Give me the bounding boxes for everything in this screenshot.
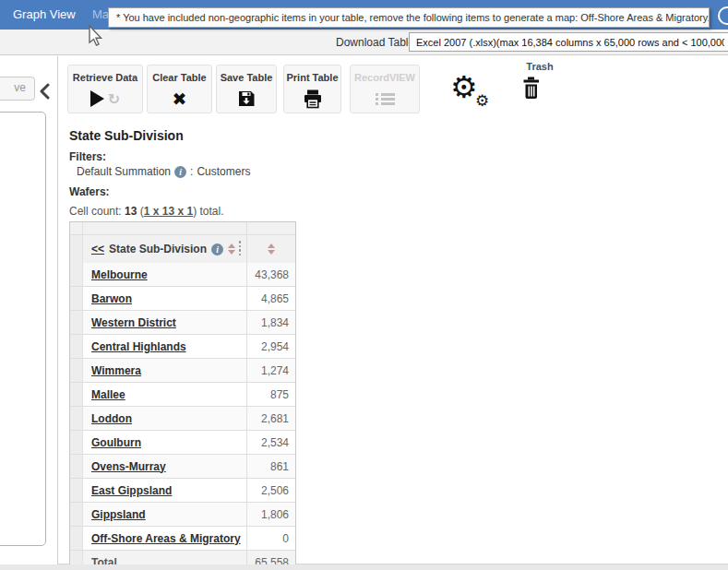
row-label-link[interactable]: Barwon xyxy=(91,292,132,305)
settings-button[interactable]: ⚙ ⚙ xyxy=(450,73,495,110)
table-row: Melbourne 43,368 xyxy=(70,263,295,286)
cell-count-open-paren: ( xyxy=(137,205,143,218)
filter-item: Default Summation i : Customers xyxy=(77,165,250,178)
row-gutter-cell xyxy=(70,527,83,550)
row-gutter-cell xyxy=(70,311,83,334)
clear-x-icon: ✖ xyxy=(173,89,187,108)
row-label-link[interactable]: Ovens-Murray xyxy=(91,460,166,473)
sidebar-field-panel xyxy=(0,112,46,546)
row-value: 1,274 xyxy=(246,359,295,382)
save-table-label: Save Table xyxy=(217,72,276,83)
download-format-select[interactable]: Excel 2007 (.xlsx)(max 16,384 columns x … xyxy=(409,32,728,52)
row-gutter-cell xyxy=(70,335,83,358)
row-gutter-cell xyxy=(70,503,83,526)
row-value: 2,681 xyxy=(246,407,295,430)
save-icon xyxy=(236,89,257,109)
row-gutter-cell xyxy=(70,431,83,454)
row-value: 2,506 xyxy=(246,479,295,502)
row-label-link[interactable]: Mallee xyxy=(91,388,125,401)
trash-label: Trash xyxy=(510,61,569,72)
map-warning-text: * You have included non-geographic items… xyxy=(116,12,710,23)
row-value: 861 xyxy=(246,455,295,478)
print-table-label: Print Table xyxy=(284,72,340,83)
table-row: Goulburn 2,534 xyxy=(70,430,295,454)
gear-icon: ⚙ xyxy=(450,69,478,105)
row-gutter-cell xyxy=(70,263,83,286)
row-gutter-cell xyxy=(70,455,83,478)
row-label-link[interactable]: Off-Shore Areas & Migratory xyxy=(91,532,241,545)
recordview-button-disabled: RecordVIEW xyxy=(350,65,420,113)
download-table-label: Download Table: xyxy=(336,36,418,49)
row-label-link[interactable]: Wimmera xyxy=(91,364,141,377)
wafers-heading: Wafers: xyxy=(69,185,110,198)
row-label-link[interactable]: Goulburn xyxy=(91,436,141,449)
row-label-link[interactable]: Gippsland xyxy=(91,508,146,521)
collapse-sidebar-chevron-icon[interactable] xyxy=(38,83,51,100)
row-gutter-cell xyxy=(70,287,83,310)
mouse-cursor xyxy=(88,25,104,49)
row-gutter-cell xyxy=(70,359,83,382)
tab-graph-view[interactable]: Graph View xyxy=(0,0,89,30)
row-label-link[interactable]: Central Highlands xyxy=(91,340,186,353)
cell-count-link[interactable]: 1 x 13 x 1 xyxy=(144,205,193,218)
row-label-link[interactable]: East Gippsland xyxy=(91,484,172,497)
collapse-column-link[interactable]: << xyxy=(91,243,104,255)
table-row: Off-Shore Areas & Migratory 0 xyxy=(70,526,295,550)
table-row: Wimmera 1,274 xyxy=(70,358,295,382)
save-table-button[interactable]: Save Table xyxy=(216,65,277,113)
header-gutter-cell xyxy=(70,235,83,263)
table-row: Gippsland 1,806 xyxy=(70,502,295,526)
sidebar-partial-button[interactable]: ve xyxy=(0,77,35,101)
cell-count: Cell count: 13 (1 x 13 x 1) total. xyxy=(69,205,223,218)
spacer-gutter-cell xyxy=(70,222,83,234)
table-spacer-row xyxy=(70,222,295,234)
help-icon[interactable] xyxy=(718,6,728,25)
left-sidebar: ve xyxy=(0,56,57,564)
data-table: << State Sub-Division i Melbourne 43,368… xyxy=(69,221,296,570)
table-row: Loddon 2,681 xyxy=(70,406,295,430)
filters-heading: Filters: xyxy=(69,150,106,163)
trash-icon[interactable] xyxy=(520,76,543,101)
refresh-icon: ↻ xyxy=(108,90,120,108)
table-row: East Gippsland 2,506 xyxy=(70,478,295,502)
clear-table-button[interactable]: Clear Table ✖ xyxy=(147,65,212,113)
drag-grip-icon[interactable] xyxy=(239,241,242,255)
row-label-link[interactable]: Loddon xyxy=(91,412,132,425)
table-row: Mallee 875 xyxy=(70,382,295,406)
column-header-label: State Sub-Division xyxy=(109,243,207,255)
map-warning-tooltip: * You have included non-geographic items… xyxy=(108,7,710,28)
row-value: 1,806 xyxy=(246,503,295,526)
row-gutter-cell xyxy=(70,479,83,502)
row-value: 43,368 xyxy=(246,263,295,286)
column-info-icon[interactable]: i xyxy=(211,243,223,255)
page-bottom-strip xyxy=(0,564,728,570)
header-label-cell: << State Sub-Division i xyxy=(83,235,246,263)
list-icon xyxy=(376,91,395,107)
print-table-button[interactable]: Print Table xyxy=(283,65,341,113)
row-value: 2,534 xyxy=(246,431,295,454)
clear-table-label: Clear Table xyxy=(148,72,211,83)
table-header-row: << State Sub-Division i xyxy=(70,234,295,263)
download-bar: Download Table: Excel 2007 (.xlsx)(max 1… xyxy=(0,30,728,55)
row-label-link[interactable]: Melbourne xyxy=(91,268,148,281)
filter-separator: : xyxy=(190,165,193,178)
table-row: Western District 1,834 xyxy=(70,310,295,334)
cell-count-value: 13 xyxy=(125,205,137,218)
printer-icon xyxy=(302,89,324,109)
retrieve-data-button[interactable]: Retrieve Data ↻ xyxy=(67,65,143,113)
table-row: Barwon 4,865 xyxy=(70,286,295,310)
recordview-label: RecordVIEW xyxy=(351,72,419,83)
sort-arrows-icon[interactable] xyxy=(228,243,235,255)
cell-count-prefix: Cell count: xyxy=(69,205,125,218)
cell-count-suffix: ) total. xyxy=(193,205,223,218)
row-value: 4,865 xyxy=(246,287,295,310)
table-row: Central Highlands 2,954 xyxy=(70,334,295,358)
gear-small-icon: ⚙ xyxy=(475,91,489,110)
filter-value: Customers xyxy=(197,165,250,178)
value-sort-arrows-icon[interactable] xyxy=(268,243,275,255)
play-icon xyxy=(90,90,104,107)
row-gutter-cell xyxy=(70,383,83,406)
row-label-link[interactable]: Western District xyxy=(91,316,176,329)
info-icon[interactable]: i xyxy=(174,166,186,178)
row-value: 2,954 xyxy=(246,335,295,358)
